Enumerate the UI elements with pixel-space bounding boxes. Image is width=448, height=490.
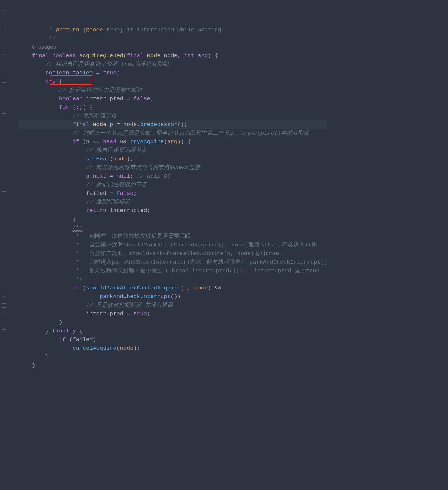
token: int <box>184 52 198 59</box>
fold-marker[interactable]: − <box>2 79 6 83</box>
token: * <box>45 27 55 33</box>
code-line[interactable]: // 返回打断标记 <box>18 198 327 206</box>
code-line[interactable]: parkAndCheckInterrupt()) <box>18 292 327 301</box>
token: @code <box>86 27 103 33</box>
token: { <box>79 328 82 334</box>
token: // 将自己设置为哑节点 <box>86 147 147 154</box>
token: true <box>103 70 117 76</box>
token: && <box>117 139 130 145</box>
token: ; <box>117 70 120 76</box>
code-line[interactable]: // 标记自己是否拿到了资源 true为没有获取到。 <box>18 60 327 69</box>
token: p. <box>86 173 93 179</box>
code-line[interactable]: } <box>18 215 327 224</box>
token: (p == <box>83 139 103 145</box>
token: shouldParkAfterFailedAcquire <box>86 285 181 291</box>
token: { <box>59 78 62 85</box>
token: ( <box>123 52 126 59</box>
token: p <box>184 285 188 291</box>
code-line[interactable]: // 标记已经获取到节点 <box>18 181 327 189</box>
code-line[interactable]: // 只是修改打断标记 并没有返回 <box>18 301 327 310</box>
code-line[interactable]: // 断开原先的哑节点与当前节点的next连接 <box>18 163 327 172</box>
code-line[interactable]: /** <box>18 224 327 232</box>
code-line[interactable]: boolean interrupted = false; <box>18 95 327 103</box>
code-line[interactable]: for (;;) { <box>18 103 327 112</box>
code-line[interactable]: final boolean acquireQueued(final Node n… <box>18 52 327 60</box>
token: * 判断在一次自旋加锁失败后是否需要睡眠 <box>72 233 191 240</box>
code-line[interactable]: boolean failed = true; <box>18 69 327 77</box>
code-line[interactable]: 6 usages <box>18 43 327 52</box>
code-line[interactable]: * @return {@code true} if interrupted wh… <box>18 26 327 34</box>
code-line[interactable]: // 标记等待过程中是否被中断过 <box>18 86 327 95</box>
token: interrupted = <box>86 311 134 317</box>
code-line[interactable]: } <box>18 353 327 361</box>
code-line[interactable]: final Node p = node.predecessor(); <box>18 120 327 129</box>
code-line[interactable]: if (failed) <box>18 335 327 344</box>
code-editor[interactable]: −−−−−−−−−−− * @return {@code true} if in… <box>0 0 448 490</box>
fold-marker[interactable]: − <box>2 312 6 316</box>
code-line[interactable]: setHead(node); <box>18 155 327 163</box>
token: false <box>134 96 150 102</box>
token: boolean <box>45 70 72 76</box>
token: final <box>32 52 52 59</box>
code-line[interactable]: * 自旋第一次时shouldParkAfterFailedAcquire(p, … <box>18 241 327 249</box>
token: for <box>59 104 73 111</box>
code-line[interactable]: * 如果线程休息过程中被中断过（Thread.interrupted();）， … <box>18 267 327 275</box>
usages-hint[interactable]: 6 usages <box>32 44 56 50</box>
token: if <box>59 336 69 343</box>
token: cancelAcquire <box>72 345 116 351</box>
token: if <box>72 139 82 145</box>
token: (); <box>177 121 188 128</box>
token: * 自旋第二次时，shouldParkAfterFailedAcquire(p,… <box>72 250 285 257</box>
code-line[interactable]: p.next = null; // help GC <box>18 172 327 181</box>
code-line[interactable]: */ <box>18 275 327 284</box>
code-line[interactable]: interrupted = true; <box>18 310 327 318</box>
fold-marker[interactable]: − <box>2 9 6 13</box>
token: ( <box>181 285 184 291</box>
token: node <box>120 345 134 351</box>
fold-marker[interactable]: − <box>2 53 6 57</box>
token: node <box>113 156 127 162</box>
fold-marker[interactable]: − <box>2 252 6 256</box>
code-line[interactable]: * 自旋第二次时，shouldParkAfterFailedAcquire(p,… <box>18 249 327 258</box>
code-line[interactable]: failed = false; <box>18 189 327 198</box>
fold-marker[interactable]: − <box>2 191 6 195</box>
code-line[interactable]: // 拿到前驱节点 <box>18 112 327 120</box>
token: ( <box>110 156 113 162</box>
code-line[interactable]: // 判断上一个节点是否是头部，即当前节点为队列中第二个节点，tryAcquir… <box>18 129 327 138</box>
code-line[interactable]: */ <box>18 34 327 43</box>
token: ); <box>127 156 134 162</box>
code-line[interactable]: } <box>18 361 327 370</box>
code-line[interactable]: * 此时进入parkAndCheckInterrupt()方法，此时线程阻塞在 … <box>18 258 327 267</box>
fold-marker[interactable]: − <box>2 27 6 31</box>
token: // 判断上一个节点是否是头部，即当前节点为队列中第二个节点，tryAcquir… <box>72 130 309 136</box>
code-line[interactable]: * 判断在一次自旋加锁失败后是否需要睡眠 <box>18 232 327 241</box>
fold-marker[interactable]: − <box>2 329 6 333</box>
code-area[interactable]: * @return {@code true} if interrupted wh… <box>8 0 327 490</box>
code-line[interactable]: try { <box>18 77 327 86</box>
token: // 标记自己是否拿到了资源 true为没有获取到。 <box>45 61 174 68</box>
token: * 自旋第一次时shouldParkAfterFailedAcquire(p, … <box>72 242 317 248</box>
code-line[interactable]: // 将自己设置为哑节点 <box>18 146 327 155</box>
token: failed = <box>72 70 103 76</box>
fold-marker[interactable]: − <box>2 303 6 308</box>
token: final <box>127 52 147 59</box>
token: } <box>59 319 62 326</box>
code-line[interactable]: if (shouldParkAfterFailedAcquire(p, node… <box>18 284 327 292</box>
code-line[interactable]: return interrupted; <box>18 206 327 215</box>
code-line[interactable]: if (p == head && tryAcquire(arg)) { <box>18 138 327 146</box>
token: ; <box>130 173 137 179</box>
token: // 标记已经获取到节点 <box>86 182 147 188</box>
code-line[interactable]: } finally { <box>18 327 327 335</box>
token: ( <box>83 285 86 291</box>
gutter: −−−−−−−−−−− <box>0 0 8 490</box>
token: /** <box>72 225 82 231</box>
token: node <box>164 52 177 59</box>
token: } <box>45 354 49 360</box>
fold-marker[interactable]: − <box>2 113 6 117</box>
fold-marker[interactable]: − <box>2 295 6 299</box>
token: predecessor <box>140 121 177 128</box>
code-line[interactable]: cancelAcquire(node); <box>18 344 327 353</box>
token: ; <box>134 190 137 197</box>
token: ()) <box>171 293 181 300</box>
code-line[interactable]: } <box>18 318 327 327</box>
